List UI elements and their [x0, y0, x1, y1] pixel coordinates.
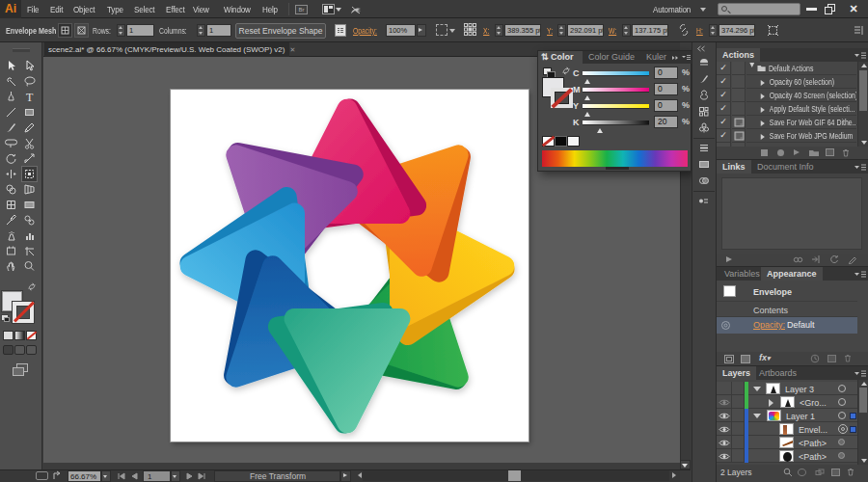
svg-text:T: T — [26, 91, 34, 103]
